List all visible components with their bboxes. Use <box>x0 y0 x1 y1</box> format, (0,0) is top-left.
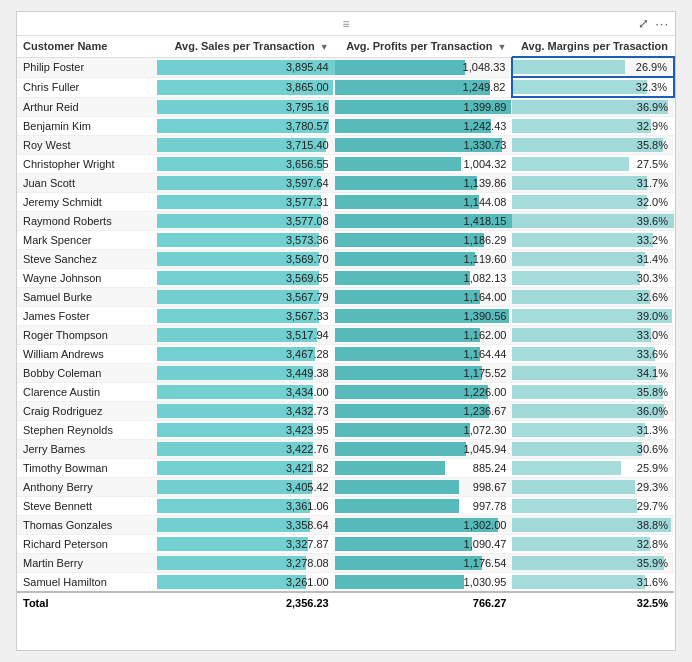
table-row[interactable]: Roger Thompson3,517.941,162.0033.0% <box>17 326 674 345</box>
table-row[interactable]: Jerry Barnes3,422.761,045.9430.6% <box>17 440 674 459</box>
table-row[interactable]: Timothy Bowman3,421.82885.2425.9% <box>17 459 674 478</box>
cell-profits: 1,072.30 <box>335 421 513 440</box>
table-body: Philip Foster3,895.441,048.3326.9%Chris … <box>17 57 674 592</box>
profits-value: 1,048.33 <box>463 61 506 73</box>
profits-bar <box>335 366 482 380</box>
table-row[interactable]: Chris Fuller3,865.001,249.8232.3% <box>17 77 674 97</box>
cell-sales: 3,569.70 <box>157 250 335 269</box>
table-row[interactable]: Wayne Johnson3,569.651,082.1330.3% <box>17 269 674 288</box>
cell-margins: 31.7% <box>512 174 674 193</box>
margins-bar <box>512 499 636 513</box>
cell-margins: 29.3% <box>512 478 674 497</box>
table-row[interactable]: Craig Rodriguez3,432.731,236.6736.0% <box>17 402 674 421</box>
cell-profits: 1,045.94 <box>335 440 513 459</box>
profits-value: 1,175.52 <box>464 367 507 379</box>
cell-name: Juan Scott <box>17 174 157 193</box>
sales-value: 3,327.87 <box>286 538 329 550</box>
table-row[interactable]: Roy West3,715.401,330.7335.8% <box>17 136 674 155</box>
table-row[interactable]: William Andrews3,467.281,164.4433.6% <box>17 345 674 364</box>
table-row[interactable]: Bobby Coleman3,449.381,175.5234.1% <box>17 364 674 383</box>
sales-value: 3,715.40 <box>286 139 329 151</box>
cell-margins: 35.9% <box>512 554 674 573</box>
margins-bar <box>512 290 649 304</box>
table-row[interactable]: Richard Peterson3,327.871,090.4732.8% <box>17 535 674 554</box>
expand-icon[interactable]: ⤢ <box>638 16 649 31</box>
table-header-row: Customer Name Avg. Sales per Transaction… <box>17 36 674 57</box>
table-row[interactable]: Raymond Roberts3,577.081,418.1539.6% <box>17 212 674 231</box>
table-wrapper[interactable]: Customer Name Avg. Sales per Transaction… <box>17 36 675 650</box>
table-row[interactable]: Jeremy Schmidt3,577.311,144.0832.0% <box>17 193 674 212</box>
sales-value: 3,597.64 <box>286 177 329 189</box>
table-row[interactable]: Anthony Berry3,405.42998.6729.3% <box>17 478 674 497</box>
margins-value: 29.3% <box>637 481 668 493</box>
table-row[interactable]: Steve Bennett3,361.06997.7829.7% <box>17 497 674 516</box>
col-header-margins: Avg. Margins per Trasaction <box>512 36 674 57</box>
widget-container: ≡ ⤢ ··· Customer Name Avg. Sales per Tra… <box>16 11 676 651</box>
table-row[interactable]: Steve Sanchez3,569.701,119.6031.4% <box>17 250 674 269</box>
margins-bar <box>513 60 625 74</box>
table-row[interactable]: Samuel Hamilton3,261.001,030.9531.6% <box>17 573 674 593</box>
table-row[interactable]: Arthur Reid3,795.161,399.8936.9% <box>17 97 674 117</box>
margins-value: 29.7% <box>637 500 668 512</box>
profits-value: 885.24 <box>473 462 507 474</box>
margins-value: 38.8% <box>637 519 668 531</box>
sales-value: 3,577.08 <box>286 215 329 227</box>
margins-value: 31.3% <box>637 424 668 436</box>
profits-bar <box>335 480 459 494</box>
profits-value: 1,072.30 <box>464 424 507 436</box>
table-row[interactable]: Martin Berry3,278.081,176.5435.9% <box>17 554 674 573</box>
cell-sales: 3,432.73 <box>157 402 335 421</box>
margins-bar <box>512 271 640 285</box>
cell-name: Anthony Berry <box>17 478 157 497</box>
cell-name: Stephen Reynolds <box>17 421 157 440</box>
more-icon[interactable]: ··· <box>655 16 669 31</box>
margins-value: 36.0% <box>637 405 668 417</box>
profits-value: 1,162.00 <box>464 329 507 341</box>
cell-profits: 1,390.56 <box>335 307 513 326</box>
cell-profits: 1,162.00 <box>335 326 513 345</box>
cell-margins: 33.2% <box>512 231 674 250</box>
margins-bar <box>512 537 649 551</box>
sales-value: 3,780.57 <box>286 120 329 132</box>
table-row[interactable]: Christopher Wright3,656.551,004.3227.5% <box>17 155 674 174</box>
cell-name: Steve Bennett <box>17 497 157 516</box>
margins-value: 35.8% <box>637 139 668 151</box>
cell-sales: 3,567.79 <box>157 288 335 307</box>
profits-value: 1,226.00 <box>464 386 507 398</box>
cell-sales: 3,517.94 <box>157 326 335 345</box>
margins-value: 31.6% <box>637 576 668 588</box>
table-row[interactable]: Clarence Austin3,434.001,226.0035.8% <box>17 383 674 402</box>
cell-margins: 38.8% <box>512 516 674 535</box>
margins-bar <box>512 195 646 209</box>
table-row[interactable]: James Foster3,567.331,390.5639.0% <box>17 307 674 326</box>
table-row[interactable]: Mark Spencer3,573.361,186.2933.2% <box>17 231 674 250</box>
profits-value: 1,045.94 <box>464 443 507 455</box>
drag-icon[interactable]: ≡ <box>342 17 349 31</box>
table-row[interactable]: Philip Foster3,895.441,048.3326.9% <box>17 57 674 77</box>
table-row[interactable]: Stephen Reynolds3,423.951,072.3031.3% <box>17 421 674 440</box>
footer-row: Total 2,356.23 766.27 32.5% <box>17 592 674 613</box>
col-header-name: Customer Name <box>17 36 157 57</box>
cell-name: Samuel Burke <box>17 288 157 307</box>
footer-profits: 766.27 <box>335 592 513 613</box>
cell-margins: 39.0% <box>512 307 674 326</box>
table-row[interactable]: Benjamin Kim3,780.571,242.4332.9% <box>17 117 674 136</box>
table-row[interactable]: Samuel Burke3,567.791,164.0032.6% <box>17 288 674 307</box>
col-header-sales[interactable]: Avg. Sales per Transaction ▼ <box>157 36 335 57</box>
table-row[interactable]: Thomas Gonzales3,358.641,302.0038.8% <box>17 516 674 535</box>
profits-value: 1,030.95 <box>464 576 507 588</box>
sales-bar <box>157 556 306 570</box>
cell-margins: 30.3% <box>512 269 674 288</box>
profits-bar <box>335 575 465 589</box>
profits-bar <box>335 499 459 513</box>
col-header-profits[interactable]: Avg. Profits per Transaction ▼ <box>335 36 513 57</box>
sales-value: 3,405.42 <box>286 481 329 493</box>
sales-value: 3,573.36 <box>286 234 329 246</box>
margins-value: 32.9% <box>637 120 668 132</box>
table-row[interactable]: Juan Scott3,597.641,139.8631.7% <box>17 174 674 193</box>
sales-value: 3,422.76 <box>286 443 329 455</box>
cell-sales: 3,467.28 <box>157 345 335 364</box>
profits-bar <box>335 328 481 342</box>
sales-value: 3,577.31 <box>286 196 329 208</box>
footer-margins: 32.5% <box>512 592 674 613</box>
